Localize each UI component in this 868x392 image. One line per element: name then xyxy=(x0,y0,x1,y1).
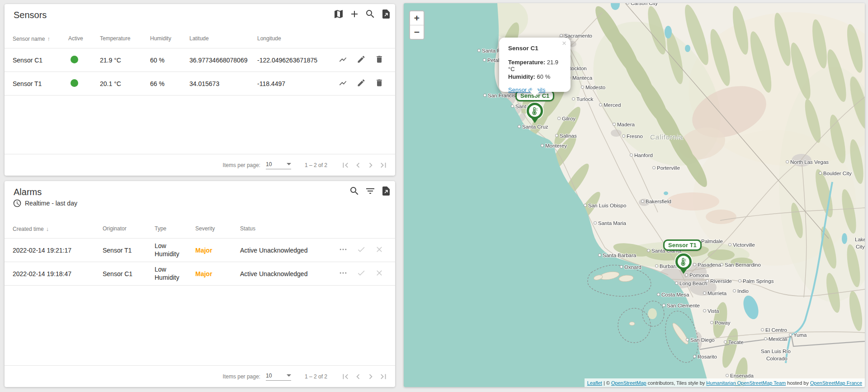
next-page-button[interactable] xyxy=(364,370,377,383)
column-header-type[interactable]: Type xyxy=(155,225,195,232)
created-time-cell: 2022-02-14 19:21:17 xyxy=(13,247,103,254)
sort-asc-icon: ↑ xyxy=(47,35,50,42)
column-header-longitude[interactable]: Longitude xyxy=(257,35,321,42)
table-row[interactable]: Sensor T1 20.1 °C 66 % 34.015673 -118.44… xyxy=(5,72,395,96)
export-icon[interactable] xyxy=(381,186,392,196)
zoom-in-button[interactable]: + xyxy=(410,11,424,25)
thermometer-icon xyxy=(679,257,688,266)
column-header-severity[interactable]: Severity xyxy=(195,225,240,232)
acknowledge-icon[interactable] xyxy=(357,268,366,279)
sensor-marker-pin[interactable] xyxy=(527,103,543,119)
popup-close-icon[interactable]: × xyxy=(562,39,566,47)
alarms-toolbar xyxy=(349,186,392,196)
edit-icon[interactable] xyxy=(357,78,366,89)
column-header-active[interactable]: Active xyxy=(68,35,100,42)
map-city-label: Monterey xyxy=(541,143,567,148)
osmfr-link[interactable]: OpenStreetMap France xyxy=(810,380,862,386)
map-city-label: Poway xyxy=(710,320,731,325)
edit-icon[interactable] xyxy=(357,55,366,65)
map-city-label: Carson City xyxy=(626,3,658,6)
page-size-select[interactable]: 10 xyxy=(266,161,291,169)
column-header-status[interactable]: Status xyxy=(240,225,321,232)
map-zoom-control: + − xyxy=(409,10,425,40)
delete-icon[interactable] xyxy=(375,55,384,65)
previous-page-button[interactable] xyxy=(352,159,364,172)
sort-desc-icon: ↓ xyxy=(46,225,49,232)
sensor-marker-pin[interactable] xyxy=(675,253,692,270)
type-cell: Low Humidity xyxy=(155,242,183,258)
sensor-marker-label[interactable]: Sensor T1 xyxy=(663,239,702,251)
humidity-cell: 66 % xyxy=(150,80,189,87)
alarms-table-body: 2022-02-14 19:21:17 Sensor T1 Low Humidi… xyxy=(5,239,395,286)
actions-menu-icon[interactable] xyxy=(339,268,348,279)
latitude-cell: 36.97734668078069 xyxy=(189,57,257,64)
map-city-label: Pasadena xyxy=(693,262,721,268)
latitude-cell: 34.015673 xyxy=(189,80,257,87)
table-row[interactable]: 2022-02-14 19:18:47 Sensor C1 Low Humidi… xyxy=(5,262,395,286)
search-icon[interactable] xyxy=(365,9,376,19)
column-header-humidity[interactable]: Humidity xyxy=(150,35,189,42)
type-cell: Low Humidity xyxy=(155,266,183,282)
clear-alarm-icon[interactable] xyxy=(375,268,384,279)
timeseries-icon[interactable] xyxy=(339,55,348,65)
map-city-label: Turlock xyxy=(572,96,593,102)
originator-cell: Sensor C1 xyxy=(103,270,155,277)
popup-title: Sensor C1 xyxy=(508,45,561,52)
map-city-label: San Luis Río xyxy=(761,349,791,354)
last-page-button[interactable] xyxy=(377,159,390,172)
map-city-label: City xyxy=(856,244,865,249)
column-header-temperature[interactable]: Temperature xyxy=(100,35,150,42)
map-city-label: Salinas xyxy=(555,133,577,139)
first-page-button[interactable] xyxy=(339,159,352,172)
status-cell: Active Unacknowledged xyxy=(240,247,321,254)
map-view-icon[interactable] xyxy=(333,9,344,19)
page-size-select[interactable]: 10 xyxy=(266,373,291,381)
state-label: California xyxy=(650,133,683,141)
previous-page-button[interactable] xyxy=(352,370,364,383)
chevron-down-icon xyxy=(287,163,291,165)
map-city-label: El Centro xyxy=(761,327,787,333)
leaflet-link[interactable]: Leaflet xyxy=(587,380,602,386)
map-city-label: Oxnard xyxy=(620,264,642,270)
sensor-details-link[interactable]: Sensor details xyxy=(508,86,545,93)
actions-menu-icon[interactable] xyxy=(339,245,348,255)
alarms-paginator: Items per page: 10 1 – 2 of 2 xyxy=(5,365,395,387)
last-page-button[interactable] xyxy=(377,370,390,383)
osm-link[interactable]: OpenStreetMap xyxy=(611,380,646,386)
search-icon[interactable] xyxy=(349,186,360,196)
thermometer-icon xyxy=(530,106,539,115)
map-city-label: Merced xyxy=(599,102,621,108)
add-entity-icon[interactable] xyxy=(349,9,360,19)
map-city-label: Murrieta xyxy=(703,291,726,296)
alarms-table-header: Created time↓ Originator Type Severity S… xyxy=(5,219,395,239)
column-header-created-time[interactable]: Created time↓ xyxy=(13,225,103,232)
column-header-sensor-name[interactable]: Sensor name↑ xyxy=(13,35,68,42)
column-header-latitude[interactable]: Latitude xyxy=(189,35,257,42)
filter-icon[interactable] xyxy=(365,186,376,196)
first-page-button[interactable] xyxy=(339,370,352,383)
map-city-label: Colorado xyxy=(766,356,788,361)
hot-link[interactable]: Humanitarian OpenStreetMap Team xyxy=(706,380,786,386)
map-widget[interactable]: Carson City Sacramento Santa Rosa Petalu… xyxy=(404,3,865,387)
next-page-button[interactable] xyxy=(364,159,377,172)
map-city-label: Lake Havasu xyxy=(855,237,865,242)
clear-alarm-icon[interactable] xyxy=(375,245,384,255)
export-icon[interactable] xyxy=(381,9,392,19)
map-city-label: Gilroy xyxy=(557,116,576,121)
table-row[interactable]: 2022-02-14 19:21:17 Sensor T1 Low Humidi… xyxy=(5,239,395,262)
timeseries-icon[interactable] xyxy=(339,78,348,89)
active-cell xyxy=(68,79,100,88)
delete-icon[interactable] xyxy=(375,78,384,89)
acknowledge-icon[interactable] xyxy=(357,245,366,255)
table-row[interactable]: Sensor C1 21.9 °C 60 % 36.97734668078069… xyxy=(5,48,395,72)
map-city-label: San Diego xyxy=(686,337,715,343)
map-city-label: Long Beach xyxy=(675,281,707,286)
map-city-label: Boulder City xyxy=(819,171,852,176)
column-header-originator[interactable]: Originator xyxy=(103,225,155,232)
map-city-label: Madera xyxy=(613,122,635,127)
items-per-page-label: Items per page: xyxy=(223,162,260,168)
zoom-out-button[interactable]: − xyxy=(410,25,424,39)
sensors-table-body: Sensor C1 21.9 °C 60 % 36.97734668078069… xyxy=(5,48,395,96)
alarms-timewindow[interactable]: Realtime - last day xyxy=(13,199,77,208)
temperature-cell: 20.1 °C xyxy=(100,80,150,87)
